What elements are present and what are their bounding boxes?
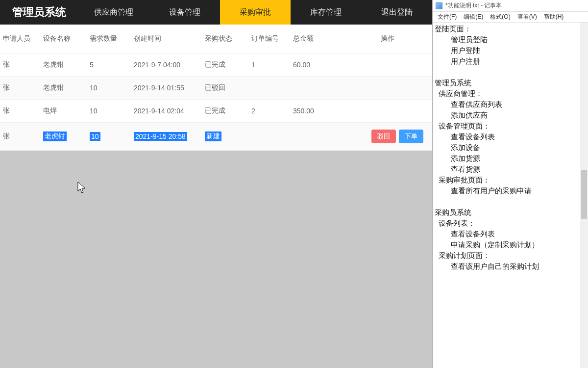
- cell: 10: [86, 100, 130, 123]
- nav-inventory[interactable]: 库存管理: [291, 0, 361, 25]
- cell-actions: [343, 100, 432, 123]
- cell: 10: [86, 77, 130, 100]
- nav-equipment[interactable]: 设备管理: [149, 0, 220, 25]
- approval-table: 申请人员 设备名称 需求数量 创建时间 采购状态 订单编号 总金额 操作 张老虎…: [0, 25, 432, 151]
- col-qty: 需求数量: [86, 25, 130, 53]
- cell: 老虎钳: [39, 77, 86, 100]
- cell-actions: 驳回下单: [343, 123, 432, 151]
- table-row[interactable]: 张电焊102021-9-14 02:04已完成2350.00: [0, 100, 432, 123]
- cell: 1: [247, 53, 289, 77]
- cell-actions: [343, 53, 432, 77]
- menu-file[interactable]: 文件(F): [438, 13, 457, 21]
- cell: 张: [0, 53, 39, 77]
- cell: 60.00: [289, 53, 343, 77]
- cell: 5: [86, 53, 130, 77]
- notepad-menu: 文件(F) 编辑(E) 格式(O) 查看(V) 帮助(H): [433, 12, 588, 23]
- cell: 已完成: [201, 100, 247, 123]
- notepad-scrollbar[interactable]: [580, 23, 588, 368]
- col-amount: 总金额: [289, 25, 343, 53]
- cell: [247, 77, 289, 100]
- cell-actions: [343, 77, 432, 100]
- cell: [289, 77, 343, 100]
- cell: [289, 123, 343, 151]
- cell: 2021-9-7 04:00: [130, 53, 201, 77]
- nav-supplier[interactable]: 供应商管理: [78, 0, 149, 25]
- col-device: 设备名称: [39, 25, 86, 53]
- table-row[interactable]: 张老虎钳102021-9-14 01:55已驳回: [0, 77, 432, 100]
- col-time: 创建时间: [130, 25, 201, 53]
- cell: 2021-9-14 01:55: [130, 77, 201, 100]
- cell: 张: [0, 77, 39, 100]
- col-applicant: 申请人员: [0, 25, 39, 53]
- notepad-scroll-thumb[interactable]: [581, 170, 587, 219]
- menu-help[interactable]: 帮助(H): [544, 13, 564, 21]
- table-row[interactable]: 张老虎钳102021-9-15 20:58新建驳回下单: [0, 123, 432, 151]
- notepad-text[interactable]: 登陆页面： 管理员登陆 用户登陆 用户注册 管理员系统 供应商管理： 查看供应商…: [433, 23, 588, 272]
- col-order: 订单编号: [247, 25, 289, 53]
- admin-app-window: 管理员系统 供应商管理 设备管理 采购审批 库存管理 退出登陆 申请人员 设备名…: [0, 0, 432, 368]
- approval-table-container: 申请人员 设备名称 需求数量 创建时间 采购状态 订单编号 总金额 操作 张老虎…: [0, 25, 432, 151]
- cell: 350.00: [289, 100, 343, 123]
- mouse-cursor-icon: [77, 182, 86, 194]
- notepad-icon: [436, 2, 442, 9]
- table-header-row: 申请人员 设备名称 需求数量 创建时间 采购状态 订单编号 总金额 操作: [0, 25, 432, 53]
- top-nav: 管理员系统 供应商管理 设备管理 采购审批 库存管理 退出登陆: [0, 0, 432, 25]
- col-op: 操作: [343, 25, 432, 53]
- menu-edit[interactable]: 编辑(E): [464, 13, 483, 21]
- notepad-window: *功能说明.txt - 记事本 文件(F) 编辑(E) 格式(O) 查看(V) …: [432, 0, 588, 368]
- cell: 2021-9-15 20:58: [130, 123, 201, 151]
- nav-approval[interactable]: 采购审批: [220, 0, 291, 25]
- cell: [247, 123, 289, 151]
- cell: 老虎钳: [39, 53, 86, 77]
- cell: 新建: [201, 123, 247, 151]
- notepad-title: *功能说明.txt - 记事本: [445, 1, 502, 10]
- notepad-titlebar[interactable]: *功能说明.txt - 记事本: [433, 0, 588, 12]
- order-button[interactable]: 下单: [399, 130, 423, 143]
- nav-logout[interactable]: 退出登陆: [362, 0, 432, 25]
- cell: 已完成: [201, 53, 247, 77]
- cell: 2: [247, 100, 289, 123]
- cell: 已驳回: [201, 77, 247, 100]
- cell: 张: [0, 123, 39, 151]
- menu-format[interactable]: 格式(O): [490, 13, 510, 21]
- reject-button[interactable]: 驳回: [371, 130, 396, 143]
- cell: 2021-9-14 02:04: [130, 100, 201, 123]
- col-status: 采购状态: [201, 25, 247, 53]
- brand-title: 管理员系统: [0, 0, 78, 25]
- cell: 老虎钳: [39, 123, 86, 151]
- menu-view[interactable]: 查看(V): [517, 13, 537, 21]
- cell: 10: [86, 123, 130, 151]
- cell: 张: [0, 100, 39, 123]
- table-row[interactable]: 张老虎钳52021-9-7 04:00已完成160.00: [0, 53, 432, 77]
- cell: 电焊: [39, 100, 86, 123]
- notepad-body: 登陆页面： 管理员登陆 用户登陆 用户注册 管理员系统 供应商管理： 查看供应商…: [433, 23, 588, 368]
